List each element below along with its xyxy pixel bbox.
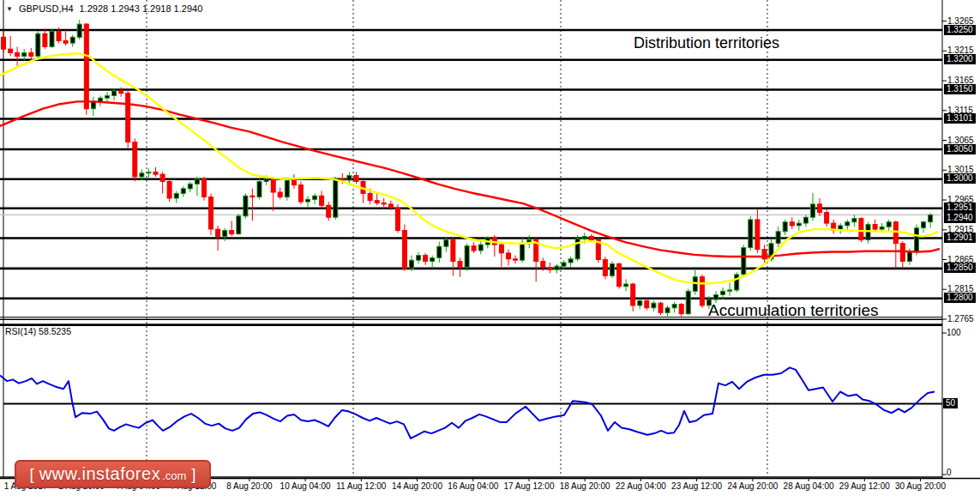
ohlc-readout: 1.2928 1.2943 1.2918 1.2940: [80, 3, 203, 14]
time-label: 8 Aug 20:00: [226, 481, 272, 491]
time-label: 10 Aug 04:00: [280, 481, 331, 491]
price-badge: 1.2940: [944, 213, 976, 223]
time-label: 22 Aug 04:00: [616, 481, 666, 491]
time-label: 24 Aug 20:00: [727, 481, 778, 491]
price-badge: 1.2850: [944, 263, 976, 273]
annotation-distribution: Distribution territories: [634, 34, 779, 52]
price-badge: 1.3200: [944, 54, 976, 64]
chart-window: 1.32651.32151.31651.31151.30651.30151.29…: [0, 0, 980, 502]
symbol-period-label: GBPUSD,H4: [19, 3, 74, 14]
instaforex-watermark: [ www.instaforex .com ]: [15, 460, 211, 488]
chevron-down-icon[interactable]: ▼: [6, 5, 13, 13]
time-label: 28 Aug 04:00: [784, 481, 834, 491]
rsi-scale-50: 50: [943, 398, 958, 408]
rsi-scale-100: 100: [947, 328, 961, 337]
watermark-domain: www.instaforex: [39, 464, 161, 484]
time-label: 11 Aug 12:00: [336, 481, 386, 491]
time-label: 18 Aug 20:00: [560, 481, 610, 491]
watermark-tld: .com: [162, 469, 186, 487]
rsi-scale-0: 0: [947, 468, 952, 477]
price-badge: 1.2951: [944, 203, 976, 213]
price-badge: 1.3101: [944, 113, 976, 124]
price-badge: 1.3250: [944, 25, 976, 35]
price-label: 1.2765: [947, 314, 974, 324]
price-badge: 1.2800: [944, 293, 976, 303]
chart-header: ▼ GBPUSD,H4 1.2928 1.2943 1.2918 1.2940: [6, 3, 202, 14]
price-badge: 1.3000: [944, 173, 976, 184]
watermark-bracket-open: [: [29, 465, 33, 484]
watermark-bracket-close: ]: [191, 465, 195, 484]
time-label: 14 Aug 20:00: [392, 481, 442, 491]
price-badge: 1.3150: [944, 84, 976, 94]
chart-canvas[interactable]: [0, 0, 980, 502]
time-label: 23 Aug 12:00: [671, 481, 722, 491]
price-badge: 1.2901: [944, 233, 976, 243]
time-label: 17 Aug 12:00: [504, 481, 555, 491]
price-badge: 1.3050: [944, 144, 976, 154]
time-label: 30 Aug 20:00: [895, 481, 946, 491]
rsi-indicator-label: RSI(14) 58.5235: [5, 326, 71, 336]
time-label: 29 Aug 12:00: [839, 481, 890, 491]
annotation-accumulation: Accumulation territories: [708, 301, 879, 320]
time-label: 16 Aug 04:00: [448, 481, 498, 491]
